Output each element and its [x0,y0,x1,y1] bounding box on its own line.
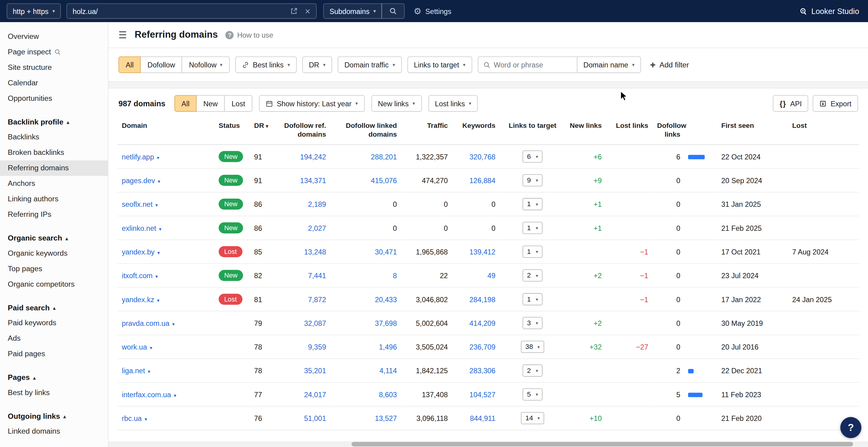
domain-dropdown-icon[interactable]: ▾ [155,274,158,279]
domain-link[interactable]: itxoft.com [122,272,153,280]
scrollbar-thumb[interactable] [352,442,853,446]
domain-dropdown-icon[interactable]: ▾ [158,178,160,184]
dofollow-ref-cell-link[interactable]: 24,017 [304,390,326,399]
dofollow-ref-cell-link[interactable]: 35,201 [304,367,326,375]
sidebar-item-anchors[interactable]: Anchors [0,176,108,191]
domain-dropdown-icon[interactable]: ▾ [157,250,160,255]
dofollow-ref-cell-link[interactable]: 9,359 [308,343,326,351]
clear-url-icon[interactable]: ✕ [305,7,311,15]
col-dofollow-links[interactable]: Dofollow links [653,118,685,145]
sidebar-item-referring-domains[interactable]: Referring domains [0,160,108,176]
domain-link[interactable]: netlify.app [122,152,154,161]
sidebar-item-top-pages[interactable]: Top pages [0,261,108,277]
dofollow-linked-cell-link[interactable]: 13,527 [375,414,397,422]
new-links-dropdown[interactable]: New links ▾ [371,95,422,112]
export-button[interactable]: Export [813,95,858,112]
new-links-value[interactable]: +10 [590,414,602,422]
show-history-dropdown[interactable]: Show history: Last year ▾ [259,95,364,112]
new-links-value[interactable]: +1 [594,200,602,208]
domain-link[interactable]: yandex.by [122,248,155,256]
col-domain[interactable]: Domain [117,118,214,145]
domain-link[interactable]: rbc.ua [122,414,142,422]
domain-dropdown-icon[interactable]: ▾ [159,226,161,232]
domain-link[interactable]: exlinko.net [122,224,156,232]
sidebar-item-paid-keywords[interactable]: Paid keywords [0,315,108,331]
lost-links-dropdown[interactable]: Lost links ▾ [428,95,478,112]
col-links-to-target[interactable]: Links to target [500,118,565,145]
best-links-filter[interactable]: Best links ▾ [235,57,297,73]
keywords-cell-link[interactable]: 49 [488,272,495,280]
col-status[interactable]: Status [214,118,250,145]
domain-dropdown-icon[interactable]: ▾ [157,155,159,160]
sidebar-item-calendar[interactable]: Calendar [0,75,108,91]
history-tab-all[interactable]: All [174,95,197,112]
sidebar-section-backlink-profile[interactable]: Backlink profile▴ [0,115,108,129]
dofollow-ref-cell-link[interactable]: 13,248 [304,248,326,256]
links-to-target-dropdown[interactable]: 2▾ [522,269,542,281]
history-tab-lost[interactable]: Lost [224,95,252,112]
col-lost-links[interactable]: Lost links [606,118,653,145]
sidebar-item-broken-backlinks[interactable]: Broken backlinks [0,145,108,160]
sidebar-item-site-structure[interactable]: Site structure [0,60,108,75]
keywords-cell-link[interactable]: 414,209 [470,319,496,328]
col-dr[interactable]: DR▾ [250,118,276,145]
new-links-value[interactable]: +9 [594,176,602,185]
dofollow-linked-cell-link[interactable]: 288,201 [371,152,397,161]
api-button[interactable]: {} API [773,95,808,112]
domain-link[interactable]: yandex.kz [122,295,154,303]
sidebar-item-organic-keywords[interactable]: Organic keywords [0,246,108,261]
open-external-icon[interactable] [290,7,298,15]
links-to-target-dropdown[interactable]: 6▾ [522,150,542,163]
domain-dropdown-icon[interactable]: ▾ [145,416,147,422]
domain-dropdown-icon[interactable]: ▾ [174,393,176,398]
domain-link[interactable]: liga.net [122,367,145,375]
lost-links-value[interactable]: −1 [640,248,648,256]
links-to-target-dropdown[interactable]: 1▾ [522,294,542,306]
dofollow-ref-cell-link[interactable]: 32,087 [304,319,326,328]
phrase-search-input[interactable] [494,57,577,73]
domain-link[interactable]: pages.dev [122,176,155,185]
domain-dropdown-icon[interactable]: ▾ [148,369,150,374]
keywords-cell-link[interactable]: 844,911 [470,414,495,422]
dofollow-linked-cell-link[interactable]: 37,698 [375,319,397,328]
col-dofollow-ref-domains[interactable]: Dofollow ref. domains [276,118,331,145]
dofollow-linked-cell-link[interactable]: 8,603 [379,390,397,399]
sidebar-item-best-by-links[interactable]: Best by links [0,385,108,401]
keywords-cell-link[interactable]: 320,768 [470,152,496,161]
links-to-target-dropdown[interactable]: 1▾ [522,222,542,234]
menu-toggle-icon[interactable]: ☰ [119,30,127,39]
links-to-target-dropdown[interactable]: 9▾ [522,174,542,186]
domain-dropdown-icon[interactable]: ▾ [157,297,159,303]
domain-link[interactable]: work.ua [122,343,147,351]
search-field-dropdown[interactable]: Domain name ▾ [577,57,641,73]
keywords-cell-link[interactable]: 283,306 [470,367,496,375]
keywords-cell-link[interactable]: 236,709 [470,343,496,351]
protocol-dropdown[interactable]: http + https ▾ [7,3,61,19]
keywords-cell-link[interactable]: 284,198 [470,295,496,303]
domain-link[interactable]: pravda.com.ua [122,319,169,328]
lost-links-value[interactable]: −27 [636,343,648,351]
dofollow-ref-cell-link[interactable]: 2,189 [308,200,326,208]
domain-link[interactable]: seoflx.net [122,200,153,208]
col-keywords[interactable]: Keywords [452,118,500,145]
dofollow-linked-cell-link[interactable]: 8 [393,272,397,280]
dofollow-linked-cell-link[interactable]: 4,114 [379,367,397,375]
horizontal-scrollbar[interactable] [108,442,868,447]
new-links-value[interactable]: +2 [594,319,602,328]
add-filter-button[interactable]: + Add filter [647,60,692,70]
lost-links-value[interactable]: −1 [640,272,648,280]
dofollow-ref-cell-link[interactable]: 2,027 [308,224,326,232]
links-to-target-dropdown[interactable]: 38▾ [521,341,544,353]
links-to-target-dropdown[interactable]: 1▾ [522,246,542,258]
domain-dropdown-icon[interactable]: ▾ [172,321,175,327]
sidebar-section-pages[interactable]: Pages▴ [0,371,108,385]
sidebar-item-ads[interactable]: Ads [0,331,108,346]
links-to-target-dropdown[interactable]: 3▾ [522,317,542,329]
links-to-target-filter[interactable]: Links to target ▾ [407,57,472,73]
sidebar-section-outgoing-links[interactable]: Outgoing links▴ [0,409,108,424]
col-new-links[interactable]: New links [565,118,606,145]
how-to-use-link[interactable]: ? How to use [225,31,273,39]
search-button[interactable] [381,3,405,19]
sidebar-item-overview[interactable]: Overview [0,29,108,44]
sidebar-item-paid-pages[interactable]: Paid pages [0,346,108,362]
